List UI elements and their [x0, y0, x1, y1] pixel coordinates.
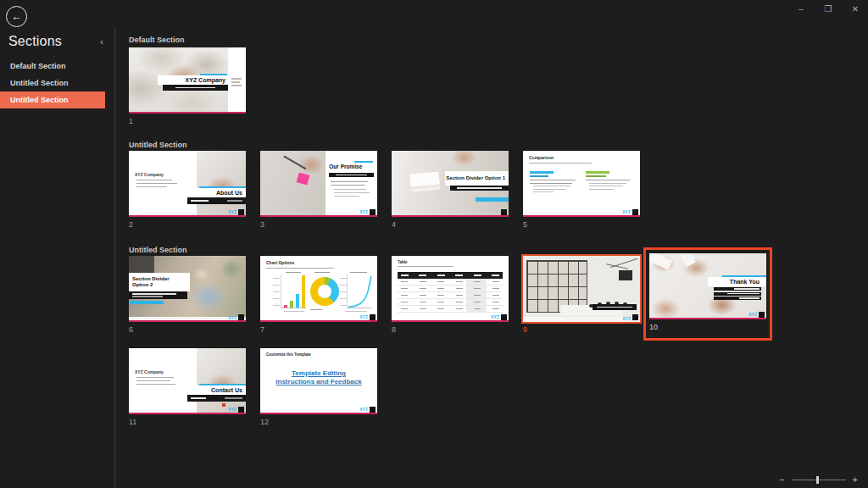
page-number-box [632, 314, 638, 320]
page-number-box [238, 209, 244, 215]
zoom-out-button[interactable]: − [779, 474, 784, 485]
xyz-logo: XYZ [228, 407, 236, 412]
zoom-in-button[interactable]: + [853, 474, 858, 485]
slide-number: 2 [129, 220, 246, 229]
slide-cell-5: Comparison XYZ 5 [523, 151, 640, 229]
back-arrow-icon: ← [11, 10, 22, 23]
slide-title: Table [398, 260, 407, 264]
slide-thumbnail-5[interactable]: Comparison XYZ [523, 151, 640, 217]
slide-thumbnail-12[interactable]: Customize this Template Template Editing… [260, 348, 377, 414]
page-number-box [501, 209, 507, 215]
pencil-shape [284, 156, 307, 169]
sidebar-item-untitled-section-2[interactable]: Untitled Section [0, 92, 105, 108]
xyz-logo: XYZ [491, 314, 499, 319]
sticky-note-shape [297, 172, 310, 185]
tv-screen-shape [619, 270, 632, 280]
subtitle-bar [187, 197, 246, 204]
back-button[interactable]: ← [6, 6, 27, 27]
slide-title: About Us [182, 188, 246, 197]
slide-number: 3 [260, 220, 377, 229]
small-red-mark [222, 403, 225, 407]
slide-cell-7: Chart Options XYZ 7 [260, 256, 377, 334]
page-number-box [370, 314, 376, 320]
slide-title: Comparison [529, 155, 554, 160]
slide-title: Our Promise [329, 164, 362, 169]
page-number-box [501, 314, 507, 320]
clapping-hands-photo [649, 253, 766, 319]
slide-cell-6: Section Divider Option 2 XYZ 6 [129, 256, 246, 334]
restore-button[interactable]: ❐ [819, 3, 837, 16]
bottom-accent-line [392, 320, 509, 322]
slide-thumbnail-1[interactable]: XYZ Company [129, 47, 246, 114]
bottom-accent-line [260, 215, 377, 217]
xyz-logo: XYZ [622, 209, 631, 214]
sidebar-title: Sections [8, 34, 62, 49]
slide-cell-8: Table XYZ 8 [392, 256, 509, 334]
slide-cell-1: XYZ Company 1 [129, 47, 246, 125]
right-column-accent [586, 171, 609, 174]
slide-cell-3: Our Promise XYZ 3 [260, 151, 377, 229]
slide-thumbnail-6[interactable]: Section Divider Option 2 XYZ [129, 256, 246, 322]
donut-chart [310, 277, 339, 306]
bottom-accent-line [129, 413, 246, 414]
subtitle-bar [163, 85, 228, 91]
text-panel: Our Promise [326, 151, 377, 215]
slide-thumbnail-10[interactable]: Thank You XYZ [649, 253, 766, 319]
conference-room-photo [523, 256, 640, 322]
slide-title: Thank You [708, 277, 766, 286]
accent-block [476, 197, 509, 202]
sidebar-item-default-section[interactable]: Default Section [0, 58, 106, 75]
xyz-logo: XYZ [622, 316, 631, 321]
page-number-box [370, 407, 376, 413]
slide-number: 12 [260, 418, 377, 426]
slide-thumbnail-11[interactable]: XYZ Company Contact Us XYZ [129, 348, 246, 414]
line-chart-curve [348, 274, 373, 308]
slide-cell-11: XYZ Company Contact Us XYZ 11 [129, 348, 246, 426]
zoom-slider-thumb[interactable] [816, 476, 819, 484]
slide-thumbnail-7[interactable]: Chart Options XYZ [260, 256, 377, 322]
company-heading: XYZ Company [135, 369, 164, 374]
slide-title: Contact Us [182, 385, 246, 395]
bottom-accent-line [260, 413, 377, 414]
bottom-accent-line [129, 215, 246, 217]
slide-cell-2: XYZ Company About Us XYZ 2 [129, 151, 246, 229]
xyz-logo: XYZ [359, 209, 368, 214]
slide-thumbnail-3[interactable]: Our Promise XYZ [260, 151, 377, 217]
page-number-box [759, 312, 765, 318]
bar-chart [281, 274, 306, 308]
section-label-untitled-2: Untitled Section [129, 246, 187, 254]
collapse-sidebar-icon[interactable]: ‹ [97, 36, 106, 47]
table-header-row [398, 272, 503, 279]
zoom-slider-track[interactable] [792, 480, 846, 480]
slide-thumbnail-2[interactable]: XYZ Company About Us XYZ [129, 151, 246, 217]
slide-thumbnail-4[interactable]: Section Divider Option 1 [392, 151, 509, 217]
slide-number: 1 [129, 117, 246, 125]
slide-thumbnail-9[interactable]: XYZ [523, 256, 640, 322]
left-column-accent [530, 171, 554, 174]
body-text-panel: XYZ Company [129, 348, 197, 413]
bottom-accent-line [260, 320, 377, 322]
page-number-box [632, 209, 638, 215]
close-button[interactable]: ✕ [846, 3, 865, 16]
slide-title: Chart Options [266, 260, 294, 265]
template-editing-link[interactable]: Template Editing Instructions and Feedba… [272, 369, 365, 387]
company-heading: XYZ Company [135, 172, 164, 177]
slide-number: 8 [392, 325, 509, 334]
bottom-accent-line [523, 215, 640, 217]
slide-thumbnail-8[interactable]: Table XYZ [392, 256, 509, 322]
window-controls: – ❐ ✕ [792, 3, 865, 16]
side-panel [228, 47, 246, 112]
minimize-button[interactable]: – [792, 3, 810, 16]
sidebar-item-untitled-section-1[interactable]: Untitled Section [0, 75, 106, 92]
slide-title: Section Divider Option 1 [445, 171, 509, 186]
slide-number: 9 [523, 325, 640, 334]
slide-cell-12: Customize this Template Template Editing… [260, 348, 377, 426]
section-label-untitled-1: Untitled Section [129, 141, 187, 149]
accent-block [129, 301, 164, 304]
xyz-logo: XYZ [228, 209, 236, 214]
xyz-logo: XYZ [359, 407, 368, 412]
slide-number: 5 [523, 220, 640, 229]
section-label-default: Default Section [129, 36, 185, 44]
slide-title: Section Divider Option 2 [129, 273, 190, 291]
slide-sorter-view: ← – ❐ ✕ Sections ‹ Default Section Untit… [0, 0, 868, 488]
